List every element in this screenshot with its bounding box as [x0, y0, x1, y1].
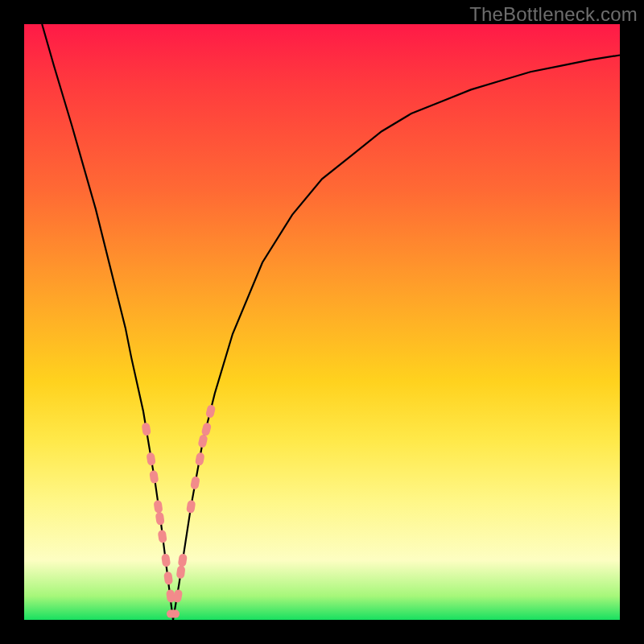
bead [178, 553, 188, 567]
bottleneck-curve [42, 24, 620, 620]
bead [176, 565, 186, 579]
bead [205, 404, 216, 419]
bead [141, 423, 151, 436]
bead [195, 452, 205, 466]
bead [158, 530, 167, 543]
bead [173, 589, 184, 604]
bead [155, 512, 165, 526]
bead [146, 452, 155, 466]
plot-area [24, 24, 620, 620]
bead [167, 610, 180, 618]
bead [149, 470, 159, 484]
bead [197, 434, 208, 448]
watermark-text: TheBottleneck.com [469, 3, 638, 26]
chart-frame: TheBottleneck.com [0, 0, 644, 644]
bead [163, 572, 173, 585]
bead [190, 476, 200, 490]
curve-svg [24, 24, 620, 620]
bead [201, 422, 213, 436]
bead [153, 500, 163, 514]
bead [186, 500, 196, 514]
bead [161, 553, 171, 567]
